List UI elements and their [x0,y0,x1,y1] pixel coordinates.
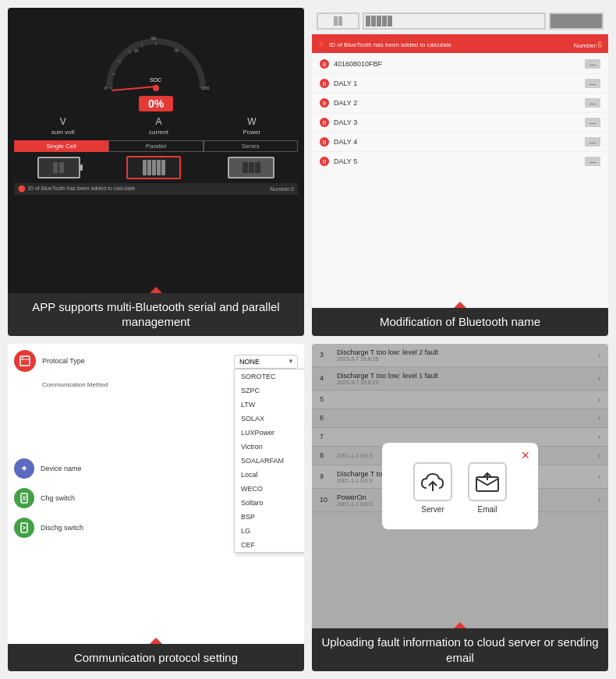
panel2-label: Modification of Bluetooth name [312,308,608,336]
svg-point-17 [153,85,159,91]
protocol-select-container: NONE SOROTEC SZPC LTW SOLAX LUXPower Vic… [234,353,298,369]
power-icon: W [247,116,256,127]
bt-item-name-4: DALY 4 [334,138,585,146]
mockup-battery-2 [363,12,546,30]
panel-protocol-setting: Protocal Type NONE SOROTEC SZPC LTW SOLA… [8,344,304,672]
bt-top-text: ID of BlueTooth has been added to calcul… [329,41,451,48]
bt-item-name-0: 401608010FBF [334,60,585,68]
battery-single [37,157,80,179]
dischg-svg-icon [19,522,29,533]
bt-list-item-2: B DALY 2 — [312,94,608,113]
server-label: Server [421,505,444,514]
protocol-content: Protocal Type NONE SOROTEC SZPC LTW SOLA… [8,344,304,644]
dropdown-item-szpc[interactable]: SZPC [235,384,304,398]
bt-info-bar: 🔴 ID of BlueTooth has been added to calc… [14,183,298,195]
dropdown-item-cef[interactable]: CEF [235,538,304,552]
fault-modal-overlay: ✕ Server [312,344,608,629]
soc-percent-badge: 0% [139,96,173,111]
fault-modal-close-button[interactable]: ✕ [521,449,530,462]
metric-power-label: Power [243,129,261,136]
bt-item-name-3: DALY 3 [334,118,585,126]
email-svg-icon [475,471,500,493]
chg-svg-icon [19,493,29,504]
mockup-battery-3 [549,12,604,30]
fault-modal: ✕ Server [382,443,538,529]
protocol-svg-icon [19,355,30,366]
cell-tabs: Single Cell Parallel Series [14,140,298,152]
metric-current: A current [149,116,168,136]
dropdown-item-local[interactable]: Local [235,468,304,482]
soc-percent-display: 0% [14,96,298,111]
bt-item-icon-3: B [320,118,329,127]
email-button[interactable]: Email [468,462,507,514]
bt-list-item-3: B DALY 3 — [312,113,608,133]
mockup-battery-1 [317,12,359,30]
battery-row [14,156,298,179]
dropdown-item-soalarfam[interactable]: SOALARFAM [235,454,304,468]
dropdown-item-soltaro[interactable]: Soltaro [235,496,304,510]
bt-list-item-4: B DALY 4 — [312,133,608,152]
svg-text:25: 25 [134,48,139,53]
dropdown-item-victron[interactable]: Victron [235,440,304,454]
panel-fault-upload: 3 Discharge T too low: level 2 fault 202… [312,344,608,672]
dropdown-item-luxpower[interactable]: LUXPower [235,426,304,440]
tab-single-cell[interactable]: Single Cell [14,140,108,152]
volt-icon: V [60,116,66,127]
panel1-label: APP supports multi-Bluetooth serial and … [8,293,304,336]
metric-current-label: current [149,129,168,136]
server-button[interactable]: Server [413,462,452,514]
soc-gauge: 0 50 100 25 75 SOC [94,18,218,96]
protocol-dropdown-list: SOROTEC SZPC LTW SOLAX LUXPower Victron … [234,369,304,553]
dropdown-item-lg[interactable]: LG [235,524,304,538]
chg-icon [14,488,34,508]
svg-text:75: 75 [174,48,179,53]
bt-top-icon: 🔴 [318,41,326,48]
tab-parallel[interactable]: Parallel [108,140,203,152]
bt-item-icon-2: B [320,98,329,108]
metric-power: W Power [243,116,261,136]
protocol-type-row: Protocal Type NONE SOROTEC SZPC LTW SOLA… [14,350,298,372]
bluetooth-icon: ✦ [20,463,28,474]
bt-item-btn-3[interactable]: — [585,118,600,127]
bt-info-left: 🔴 ID of BlueTooth has been added to calc… [18,186,135,193]
bt-top-number: Number:6 [574,41,602,49]
battery-parallel [126,156,181,179]
bt-item-name-1: DALY 1 [334,80,585,87]
dischg-icon [14,518,34,538]
bt-item-icon-4: B [320,137,329,147]
metrics-row: V sum volt A current W Power [14,116,298,136]
bt-info-text: ID of BlueTooth has been added to calcul… [28,186,135,192]
dropdown-item-solax[interactable]: SOLAX [235,412,304,426]
server-icon [413,462,452,501]
metric-volt-label: sum volt [51,129,75,136]
svg-text:50: 50 [151,36,157,41]
dropdown-item-bsp[interactable]: BSP [235,510,304,524]
bt-item-btn-4[interactable]: — [585,137,600,147]
protocol-select[interactable]: NONE SOROTEC SZPC LTW SOLAX LUXPower Vic… [234,355,298,369]
svg-rect-19 [20,356,30,366]
bt-name-content: 🔴 ID of BlueTooth has been added to calc… [312,8,608,308]
bt-item-btn-5[interactable]: — [585,157,600,166]
tab-series[interactable]: Series [204,140,298,152]
panel-bluetooth-management: 0 50 100 25 75 SOC 0% V [8,8,304,336]
bms-dashboard: 0 50 100 25 75 SOC 0% V [8,8,304,293]
bt-item-btn-2[interactable]: — [585,98,600,108]
bt-list-item-5: B DALY 5 — [312,152,608,172]
device-name-label: Device name [41,465,245,472]
bt-item-icon-5: B [320,157,329,166]
main-page: 0 50 100 25 75 SOC 0% V [0,0,616,679]
bt-item-btn-0[interactable]: — [585,59,600,69]
panel4-label: Uploading fault information to cloud ser… [312,628,608,671]
bt-item-icon-0: B [320,59,329,69]
dropdown-item-ltw[interactable]: LTW [235,398,304,412]
bt-item-btn-1[interactable]: — [585,79,600,88]
fault-content: 3 Discharge T too low: level 2 fault 202… [312,344,608,629]
bt-list-item-0: B 401608010FBF — [312,55,608,74]
bt-list-item-1: B DALY 1 — [312,74,608,94]
dropdown-item-weco[interactable]: WECO [235,482,304,496]
metric-volt: V sum volt [51,116,75,136]
panel3-label: Communication protocol setting [8,644,304,672]
dropdown-item-sorotec[interactable]: SOROTEC [235,370,304,384]
bt-top-bar-left: 🔴 ID of BlueTooth has been added to calc… [318,41,451,48]
gauge-container: 0 50 100 25 75 SOC [14,14,298,96]
